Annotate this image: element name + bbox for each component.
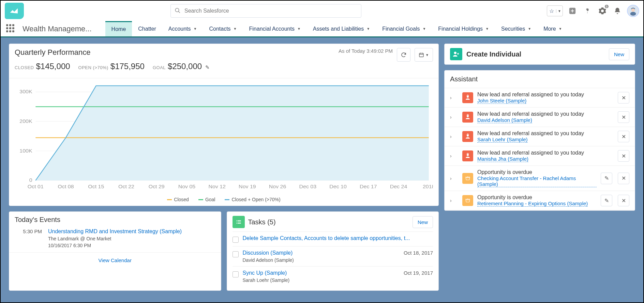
legend-item: Goal (198, 197, 215, 202)
setup-badge: 6 (605, 5, 609, 8)
notifications-bell-icon[interactable] (612, 5, 623, 16)
as-of-text: As of Today 3:49:02 PM (339, 48, 393, 54)
assistant-item: ›Opportunity is overdueChecking Account … (445, 166, 635, 191)
chevron-right-icon[interactable]: › (450, 153, 458, 159)
svg-point-35 (467, 115, 469, 117)
dismiss-icon[interactable]: ✕ (618, 150, 629, 162)
chevron-down-icon: ▼ (556, 9, 563, 13)
chevron-right-icon[interactable]: › (450, 176, 458, 181)
lead-icon (462, 92, 473, 103)
svg-point-36 (467, 134, 469, 137)
nav-tab-financial-goals[interactable]: Financial Goals▼ (376, 21, 432, 36)
svg-text:Nov 05: Nov 05 (178, 184, 196, 189)
chevron-down-icon: ▼ (234, 27, 237, 31)
assistant-item: ›Opportunity is overdueRetirement Planni… (445, 191, 635, 210)
legend-label: Goal (205, 197, 215, 202)
event-datetime: 10/16/2017 6:30 PM (48, 243, 182, 248)
app-launcher-icon[interactable] (6, 24, 16, 34)
edit-icon[interactable]: ✎ (601, 195, 612, 206)
assistant-item-link[interactable]: David Adelson (Sample) (477, 117, 532, 123)
open-value: $175,950 (110, 62, 145, 71)
user-avatar[interactable] (627, 5, 639, 17)
dismiss-icon[interactable]: ✕ (618, 173, 629, 184)
task-checkbox[interactable] (233, 237, 239, 243)
create-individual-card: Create Individual New (444, 44, 635, 65)
edit-goal-icon[interactable]: ✎ (205, 64, 210, 70)
task-row: Delete Sample Contacts, Accounts to dele… (233, 232, 433, 246)
chevron-down-icon: ▼ (485, 27, 489, 31)
svg-text:Dec 03: Dec 03 (299, 184, 317, 189)
star-icon: ☆ (547, 8, 556, 14)
nav-tab-label: Financial Holdings (438, 26, 483, 32)
header-icons: ☆ ▼ 6 (547, 5, 639, 17)
edit-icon[interactable]: ✎ (601, 173, 612, 184)
event-location: The Landmark @ One Market (48, 236, 182, 241)
assistant-item-link[interactable]: Manisha Jha (Sample) (477, 156, 528, 162)
dismiss-icon[interactable]: ✕ (618, 111, 629, 123)
event-link[interactable]: Understanding RMD and Investment Strateg… (48, 228, 182, 235)
assistant-item-link[interactable]: Sarah Loehr (Sample) (477, 137, 528, 143)
refresh-button[interactable] (397, 48, 410, 62)
nav-tab-securities[interactable]: Securities▼ (495, 21, 537, 36)
chevron-down-icon: ▼ (528, 27, 531, 31)
legend-swatch (198, 199, 203, 200)
nav-tab-label: Home (111, 26, 126, 32)
dismiss-icon[interactable]: ✕ (618, 131, 629, 142)
nav-tab-home[interactable]: Home (105, 21, 132, 36)
lead-icon (462, 112, 473, 123)
nav-tab-assets-and-liabilities[interactable]: Assets and Liabilities▼ (307, 21, 376, 36)
nav-tab-more[interactable]: More▼ (537, 21, 568, 36)
svg-line-1 (178, 11, 180, 13)
add-icon[interactable] (567, 5, 578, 16)
chevron-down-icon: ▼ (194, 27, 197, 31)
svg-text:0: 0 (29, 177, 32, 183)
assistant-item-link[interactable]: Retirement Planning - Expiring Options (… (477, 201, 588, 207)
task-link[interactable]: Discussion (Sample) (243, 250, 400, 256)
task-checkbox[interactable] (233, 251, 239, 257)
nav-tab-label: Accounts (168, 26, 191, 32)
new-individual-button[interactable]: New (609, 48, 629, 60)
tasks-icon (233, 216, 245, 228)
dismiss-icon[interactable]: ✕ (618, 92, 629, 103)
task-date: Oct 19, 2017 (404, 270, 433, 276)
task-checkbox[interactable] (233, 271, 239, 277)
nav-tab-accounts[interactable]: Accounts▼ (162, 21, 203, 36)
open-label: OPEN (>70%) (78, 65, 108, 70)
tasks-title: Tasks (5) (248, 218, 409, 226)
task-row: Sync Up (Sample)Sarah Loehr (Sample)Oct … (233, 266, 433, 286)
search-input[interactable] (170, 4, 361, 18)
svg-text:300K: 300K (19, 89, 32, 94)
nav-tab-contacts[interactable]: Contacts▼ (203, 21, 243, 36)
perf-title: Quarterly Performance (15, 48, 334, 57)
nav-tab-financial-holdings[interactable]: Financial Holdings▼ (432, 21, 495, 36)
svg-rect-7 (419, 53, 423, 57)
assistant-item-link[interactable]: John Steele (Sample) (477, 98, 526, 104)
chevron-right-icon[interactable]: › (450, 134, 458, 139)
assistant-item-title: Opportunity is overdue (477, 194, 597, 201)
nav-tab-label: Assets and Liabilities (313, 26, 364, 32)
setup-gear-icon[interactable]: 6 (597, 5, 608, 16)
date-range-button[interactable]: ▼ (415, 48, 433, 62)
task-link[interactable]: Sync Up (Sample) (243, 270, 400, 276)
svg-text:Oct 22: Oct 22 (118, 184, 134, 189)
nav-tab-chatter[interactable]: Chatter (132, 21, 162, 36)
assistant-item: ›New lead and referral assigned to you t… (445, 127, 635, 146)
svg-text:Nov 26: Nov 26 (269, 184, 286, 189)
view-calendar-link[interactable]: View Calendar (9, 252, 221, 268)
nav-tab-financial-accounts[interactable]: Financial Accounts▼ (243, 21, 307, 36)
dismiss-icon[interactable]: ✕ (618, 195, 629, 206)
help-icon[interactable] (582, 5, 593, 16)
new-task-button[interactable]: New (413, 216, 433, 228)
chevron-right-icon[interactable]: › (450, 198, 458, 203)
chevron-right-icon[interactable]: › (450, 114, 458, 120)
task-date: Oct 18, 2017 (404, 250, 433, 256)
svg-text:Oct 29: Oct 29 (149, 184, 165, 189)
task-subtext: David Adelson (Sample) (243, 257, 400, 263)
assistant-item-link[interactable]: Checking Account Transfer - Rachel Adams… (477, 175, 597, 187)
task-link[interactable]: Delete Sample Contacts, Accounts to dele… (243, 235, 433, 241)
svg-text:Nov 19: Nov 19 (239, 184, 256, 189)
closed-label: CLOSED (15, 65, 34, 70)
favorites-menu[interactable]: ☆ ▼ (547, 5, 563, 16)
chevron-right-icon[interactable]: › (450, 95, 458, 100)
svg-text:Oct 08: Oct 08 (58, 184, 74, 189)
